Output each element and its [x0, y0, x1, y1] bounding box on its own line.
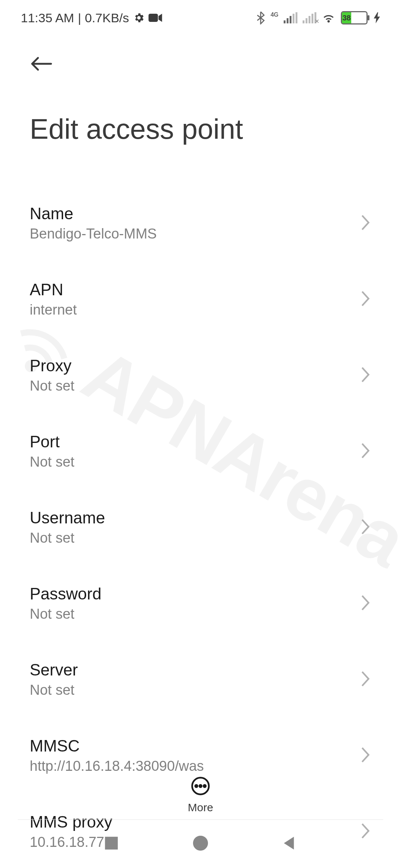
signal-sim2-icon — [303, 12, 316, 23]
status-time: 11:35 AM — [21, 11, 74, 25]
field-username[interactable]: UsernameNot set — [0, 489, 401, 565]
chevron-right-icon — [359, 442, 371, 461]
chevron-right-icon — [359, 746, 371, 765]
field-label: Password — [30, 585, 101, 603]
field-server[interactable]: ServerNot set — [0, 641, 401, 717]
more-label: More — [188, 801, 213, 814]
status-right: 4G 38 — [256, 11, 380, 24]
field-value: Bendigo-Telco-MMS — [30, 226, 157, 242]
field-value: Not set — [30, 530, 105, 546]
field-label: Server — [30, 661, 78, 679]
status-bar: 11:35 AM | 0.7KB/s 4G 38 — [0, 0, 401, 36]
chevron-right-icon — [359, 518, 371, 537]
svg-point-6 — [194, 837, 207, 850]
field-proxy[interactable]: ProxyNot set — [0, 337, 401, 413]
more-button[interactable]: More — [188, 776, 213, 814]
status-sep: | — [78, 11, 81, 25]
field-value: Not set — [30, 606, 101, 622]
field-name[interactable]: NameBendigo-Telco-MMS — [0, 185, 401, 261]
camera-icon — [149, 13, 163, 23]
nav-home-button[interactable] — [192, 835, 209, 853]
field-value: Not set — [30, 682, 78, 698]
wifi-icon — [322, 12, 336, 23]
nav-recent-button[interactable] — [103, 835, 120, 853]
field-value: internet — [30, 302, 77, 318]
charging-icon — [374, 12, 380, 23]
battery-percent: 38 — [342, 14, 351, 22]
nav-back-button[interactable] — [281, 835, 298, 853]
field-label: Name — [30, 204, 157, 223]
chevron-right-icon — [359, 594, 371, 613]
field-value: Not set — [30, 378, 74, 394]
field-label: APN — [30, 280, 77, 299]
svg-point-3 — [199, 785, 202, 787]
bottom-bar: More — [0, 771, 401, 814]
svg-rect-0 — [149, 14, 158, 22]
header — [0, 36, 401, 77]
status-speed: 0.7KB/s — [85, 11, 129, 25]
field-port[interactable]: PortNot set — [0, 413, 401, 489]
page-title: Edit access point — [0, 77, 401, 185]
svg-point-4 — [203, 785, 206, 787]
chevron-right-icon — [359, 290, 371, 309]
field-label: MMSC — [30, 737, 204, 755]
signal-sim1-icon — [284, 12, 297, 23]
field-label: Port — [30, 433, 74, 451]
settings-list: NameBendigo-Telco-MMS APNinternet ProxyN… — [0, 185, 401, 868]
chevron-right-icon — [359, 670, 371, 689]
chevron-right-icon — [359, 214, 371, 233]
battery-icon: 38 — [341, 11, 368, 24]
navigation-bar — [0, 820, 401, 868]
svg-point-2 — [195, 785, 198, 787]
back-button[interactable] — [30, 55, 53, 74]
network-4g-label: 4G — [271, 11, 278, 18]
field-label: Username — [30, 509, 105, 527]
field-label: Proxy — [30, 356, 74, 375]
svg-rect-5 — [105, 837, 118, 850]
bluetooth-icon — [256, 11, 265, 24]
chevron-right-icon — [359, 366, 371, 385]
more-icon — [190, 776, 211, 798]
status-left: 11:35 AM | 0.7KB/s — [21, 11, 163, 25]
field-password[interactable]: PasswordNot set — [0, 565, 401, 641]
field-value: Not set — [30, 454, 74, 470]
gear-icon — [133, 12, 145, 24]
field-apn[interactable]: APNinternet — [0, 261, 401, 337]
